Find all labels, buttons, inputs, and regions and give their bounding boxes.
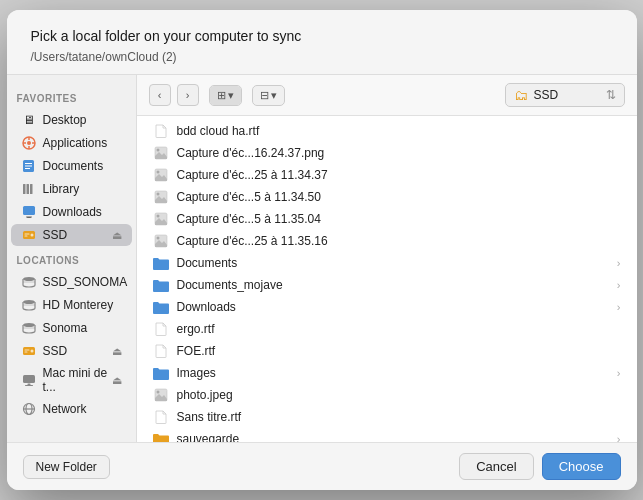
sonoma-icon — [21, 320, 37, 336]
favorites-label: Favorites — [7, 85, 136, 108]
location-folder-icon: 🗂 — [514, 87, 528, 103]
locations-label: Locations — [7, 247, 136, 270]
svg-rect-15 — [26, 217, 32, 218]
sidebar-item-ssd[interactable]: SSD ⏏ — [11, 224, 132, 246]
file-name: ergo.rtf — [177, 322, 215, 336]
sidebar-item-applications[interactable]: Applications — [11, 132, 132, 154]
sidebar: Favorites 🖥 Desktop Applications Documen… — [7, 75, 137, 442]
svg-point-41 — [156, 193, 159, 196]
file-name: Capture d'éc...25 à 11.35.16 — [177, 234, 328, 248]
svg-rect-30 — [23, 375, 35, 383]
sidebar-item-library[interactable]: Library — [11, 178, 132, 200]
sidebar-label-desktop: Desktop — [43, 113, 87, 127]
file-item[interactable]: Capture d'éc...5 à 11.35.04 — [137, 208, 637, 230]
file-list: bdd cloud ha.rtf Capture d'éc...16.24.37… — [137, 116, 637, 442]
file-item[interactable]: Documents_mojave › — [137, 274, 637, 296]
file-item[interactable]: Documents › — [137, 252, 637, 274]
file-name: Documents — [177, 256, 238, 270]
columns-arrow: ▾ — [228, 89, 234, 102]
svg-point-43 — [156, 215, 159, 218]
svg-point-20 — [23, 277, 35, 281]
file-item[interactable]: Capture d'éc...5 à 11.34.50 — [137, 186, 637, 208]
file-name: Documents_mojave — [177, 278, 283, 292]
grid-view-button[interactable]: ⊟ ▾ — [253, 86, 284, 105]
sidebar-item-network[interactable]: Network — [11, 398, 132, 420]
sidebar-item-sonoma[interactable]: Sonoma — [11, 317, 132, 339]
file-item[interactable]: bdd cloud ha.rtf — [137, 120, 637, 142]
sidebar-item-downloads[interactable]: Downloads — [11, 201, 132, 223]
file-item[interactable]: Images › — [137, 362, 637, 384]
columns-icon: ⊞ — [217, 89, 226, 102]
eject-icon-mac-mini[interactable]: ⏏ — [112, 374, 122, 387]
svg-rect-18 — [24, 234, 29, 235]
location-dropdown[interactable]: 🗂 SSD ⇅ — [505, 83, 625, 107]
file-item[interactable]: Sans titre.rtf — [137, 406, 637, 428]
hd-monterey-icon — [21, 297, 37, 313]
network-icon — [21, 401, 37, 417]
sidebar-item-hd-monterey[interactable]: HD Monterey — [11, 294, 132, 316]
file-name: Capture d'éc...5 à 11.35.04 — [177, 212, 321, 226]
file-item[interactable]: Capture d'éc...25 à 11.35.16 — [137, 230, 637, 252]
file-item[interactable]: Capture d'éc...16.24.37.png — [137, 142, 637, 164]
file-item[interactable]: Downloads › — [137, 296, 637, 318]
sidebar-label-hd-monterey: HD Monterey — [43, 298, 114, 312]
sidebar-label-ssd: SSD — [43, 228, 68, 242]
svg-point-1 — [27, 141, 31, 145]
applications-icon — [21, 135, 37, 151]
grid-icon: ⊟ — [260, 89, 269, 102]
sidebar-item-ssd2[interactable]: SSD ⏏ — [11, 340, 132, 362]
svg-point-22 — [23, 300, 35, 304]
sidebar-label-sonoma: Sonoma — [43, 321, 88, 335]
svg-rect-13 — [23, 206, 35, 215]
dialog-footer: New Folder Cancel Choose — [7, 442, 637, 490]
file-item[interactable]: FOE.rtf — [137, 340, 637, 362]
file-item[interactable]: sauvegarde › — [137, 428, 637, 442]
eject-icon-ssd2[interactable]: ⏏ — [112, 345, 122, 358]
file-name: sauvegarde — [177, 432, 240, 442]
dialog-header: Pick a local folder on your computer to … — [7, 10, 637, 75]
sidebar-label-ssd2: SSD — [43, 344, 68, 358]
svg-point-27 — [30, 350, 33, 353]
sidebar-label-downloads: Downloads — [43, 205, 102, 219]
toolbar: ‹ › ⊞ ▾ ⊟ ▾ 🗂 SSD ⇅ — [137, 75, 637, 116]
file-name: Sans titre.rtf — [177, 410, 242, 424]
eject-icon-ssd[interactable]: ⏏ — [112, 229, 122, 242]
svg-rect-10 — [23, 184, 26, 194]
svg-rect-7 — [25, 163, 32, 164]
choose-button[interactable]: Choose — [542, 453, 621, 480]
sidebar-label-mac-mini: Mac mini de t... — [43, 366, 112, 394]
documents-icon — [21, 158, 37, 174]
svg-rect-19 — [24, 236, 27, 237]
svg-point-47 — [156, 391, 159, 394]
sidebar-label-library: Library — [43, 182, 80, 196]
sidebar-label-network: Network — [43, 402, 87, 416]
sidebar-label-applications: Applications — [43, 136, 108, 150]
grid-arrow: ▾ — [271, 89, 277, 102]
back-button[interactable]: ‹ — [149, 84, 171, 106]
sidebar-item-documents[interactable]: Documents — [11, 155, 132, 177]
file-item[interactable]: ergo.rtf — [137, 318, 637, 340]
file-name: Capture d'éc...25 à 11.34.37 — [177, 168, 328, 182]
svg-rect-31 — [27, 384, 30, 386]
sidebar-item-mac-mini[interactable]: Mac mini de t... ⏏ — [11, 363, 132, 397]
file-item[interactable]: photo.jpeg — [137, 384, 637, 406]
new-folder-button[interactable]: New Folder — [23, 455, 110, 479]
file-icon — [153, 365, 169, 381]
columns-view-button[interactable]: ⊞ ▾ — [210, 86, 241, 105]
forward-button[interactable]: › — [177, 84, 199, 106]
file-item[interactable]: Capture d'éc...25 à 11.34.37 — [137, 164, 637, 186]
svg-rect-29 — [24, 352, 27, 353]
ssd-icon — [21, 227, 37, 243]
svg-point-17 — [30, 234, 33, 237]
sidebar-item-desktop[interactable]: 🖥 Desktop — [11, 109, 132, 131]
view-columns-toggle[interactable]: ⊞ ▾ — [209, 85, 242, 106]
sidebar-item-ssd-sonoma[interactable]: SSD_SONOMA — [11, 271, 132, 293]
dialog: Pick a local folder on your computer to … — [7, 10, 637, 490]
cancel-button[interactable]: Cancel — [459, 453, 533, 480]
view-grid-toggle[interactable]: ⊟ ▾ — [252, 85, 285, 106]
file-icon — [153, 211, 169, 227]
file-name: Downloads — [177, 300, 236, 314]
file-icon — [153, 189, 169, 205]
main-content: ‹ › ⊞ ▾ ⊟ ▾ 🗂 SSD ⇅ — [137, 75, 637, 442]
dialog-title: Pick a local folder on your computer to … — [31, 28, 613, 44]
